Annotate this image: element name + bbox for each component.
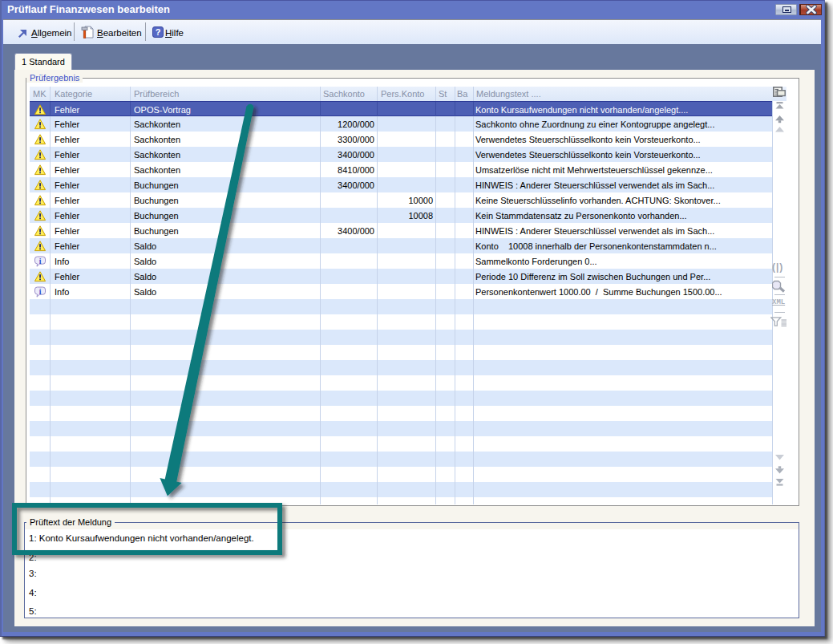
svg-text:i: i	[39, 257, 42, 265]
svg-text:?: ?	[155, 27, 160, 37]
svg-text:i: i	[39, 287, 42, 295]
